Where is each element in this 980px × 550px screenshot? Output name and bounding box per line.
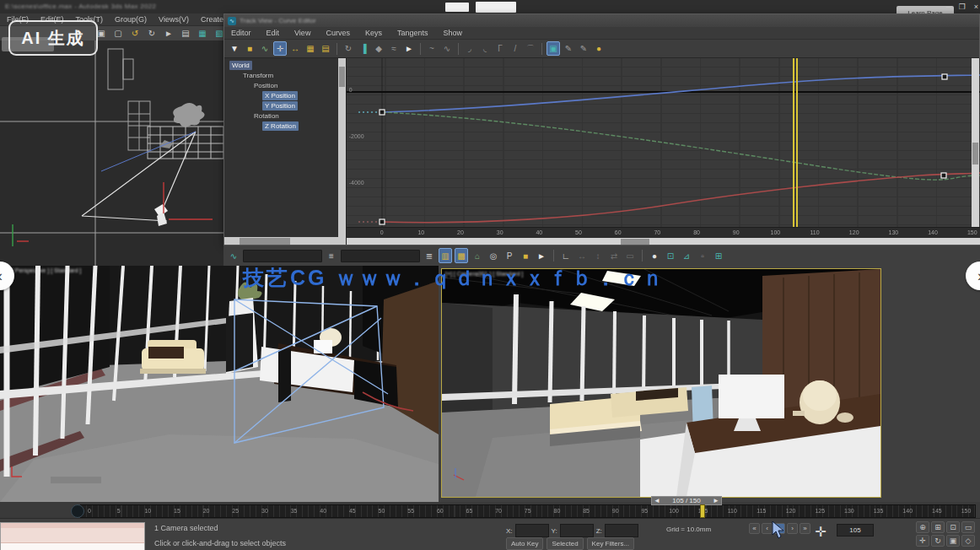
pin-icon[interactable]: P (503, 248, 516, 263)
curve-editor-titlebar[interactable]: ∿ Track View - Curve Editor (224, 14, 979, 27)
slide-keys-icon[interactable]: ↔ (288, 41, 302, 56)
graph-vertical-scrollbar[interactable] (972, 58, 979, 227)
tangent-smooth-icon[interactable]: ⌒ (524, 41, 537, 56)
scale-keys-icon[interactable]: ▦ (304, 41, 317, 56)
animation-keys[interactable] (380, 74, 947, 224)
lock-selection-icon[interactable]: ■ (243, 41, 256, 56)
ce-menu-keys[interactable]: Keys (365, 27, 382, 39)
timeline-knob[interactable] (71, 504, 84, 518)
time-slider-handle[interactable]: ◄ 105 / 150 ► (651, 496, 722, 505)
viewport-camera001[interactable]: [+] [ Camera001 ] [ Standard ] (441, 268, 881, 498)
menu-viewsv[interactable]: Views(V) (159, 13, 189, 25)
key-filters-button[interactable]: Key Filters... (587, 537, 634, 550)
rectangular-selection-icon[interactable]: ▦ (196, 27, 209, 40)
draw-curves-icon[interactable]: ∿ (258, 41, 272, 56)
steering-wheel-icon[interactable]: ✛ (811, 522, 830, 541)
frame-hat-icon[interactable]: ⌂ (471, 248, 484, 263)
unlink-selection-icon[interactable]: ▢ (111, 27, 125, 40)
select-keys-icon[interactable]: ► (535, 248, 548, 263)
isolate-dot-icon[interactable]: ▫ (696, 248, 709, 263)
fov-icon[interactable]: ◇ (961, 535, 975, 547)
auto-key-button[interactable]: Auto Key (506, 537, 543, 550)
filter-list-icon[interactable]: ≣ (423, 248, 436, 263)
ce-menu-tangents[interactable]: Tangents (397, 27, 428, 39)
ce-menu-curves[interactable]: Curves (326, 27, 350, 39)
camera-body[interactable] (154, 204, 168, 226)
zoom-icon[interactable]: ⊡ (664, 248, 677, 263)
maxscript-mini-listener[interactable] (0, 522, 145, 550)
zoom-horiz-icon[interactable]: ↔ (575, 248, 589, 263)
frame-forward-arrow[interactable]: ► (713, 497, 719, 504)
tangent-slow-icon[interactable]: ◟ (478, 41, 492, 56)
selection-set-dropdown[interactable]: Selected (547, 537, 583, 550)
ce-menu-view[interactable]: View (294, 27, 310, 39)
current-time-field[interactable]: 105 (837, 524, 874, 537)
show-stats-icon[interactable]: ≡ (325, 248, 338, 263)
ce-menu-edit[interactable]: Edit (267, 27, 280, 39)
track-hierarchy-panel[interactable]: WorldTransformPositionX PositionY Positi… (224, 58, 347, 245)
move-keys-icon[interactable]: ✛ (273, 41, 287, 56)
lock-icon[interactable]: ■ (519, 248, 532, 263)
viewport-perspective[interactable]: [+] [ Perspective ] [ Standard ] (0, 266, 439, 502)
buffer-curves-icon[interactable]: ▣ (547, 41, 560, 56)
go-to-start-icon[interactable]: « (749, 523, 760, 534)
track-item-y-position[interactable]: Y Position (224, 101, 346, 111)
pan-icon[interactable]: ✛ (916, 535, 929, 547)
ce-menu-show[interactable]: Show (443, 27, 462, 39)
viewport-label-left[interactable]: [+] [ Perspective ] [ Standard ] (3, 267, 81, 273)
pan-hand-icon[interactable]: ● (648, 248, 661, 263)
zoom-extents-icon[interactable]: ⊡ (946, 521, 960, 533)
tangent-step-icon[interactable]: Γ (493, 41, 507, 56)
maximize-viewport-icon[interactable]: ▣ (946, 535, 960, 547)
track-item-rotation[interactable]: Rotation (224, 111, 346, 121)
add-keys-icon[interactable]: ● (592, 41, 606, 56)
frame-back-arrow[interactable]: ◄ (654, 497, 660, 504)
zoom-all-icon[interactable]: ⊞ (931, 521, 945, 533)
frame-horizontal-icon[interactable]: ∟ (559, 248, 573, 263)
simple-wave-icon[interactable]: ≈ (387, 41, 401, 56)
restore-button[interactable]: ❐ (959, 0, 966, 13)
track-item-world[interactable]: World (224, 61, 346, 70)
trackbar-ruler[interactable]: 0510152025303540455055606570758085909510… (80, 504, 976, 518)
track-item-z-rotation[interactable]: Z Rotation (224, 121, 346, 131)
track-item-x-position[interactable]: X Position (224, 91, 346, 100)
ce-menu-editor[interactable]: Editor (231, 27, 251, 39)
key-stats-field[interactable] (341, 250, 420, 262)
orbit-icon[interactable]: ↻ (931, 535, 945, 547)
menu-groupg[interactable]: Group(G) (115, 13, 147, 25)
retime-tool-icon[interactable]: ↻ (342, 41, 355, 56)
scale-values-icon[interactable]: ▤ (319, 41, 332, 56)
coord-field-y[interactable] (560, 524, 594, 537)
zoom-region-icon[interactable]: ⊿ (680, 248, 693, 263)
zoom-value-icon[interactable]: ↕ (591, 248, 605, 263)
tangent-spline-icon[interactable]: ∿ (440, 41, 454, 56)
track-curve-icon[interactable]: ∿ (227, 248, 240, 263)
curve-plot[interactable]: 0-2000-4000 (347, 58, 980, 227)
tree-vertical-scrollbar[interactable] (338, 58, 346, 237)
zoom-keys-icon[interactable]: ▩ (455, 248, 468, 263)
track-item-position[interactable]: Position (224, 81, 346, 90)
tangent-fast-icon[interactable]: ◞ (463, 41, 477, 56)
undo-icon[interactable]: ↺ (128, 27, 142, 40)
zoom-icon[interactable]: ⊕ (916, 521, 929, 533)
show-all-tangents-icon[interactable]: ✎ (577, 41, 590, 56)
zoom-region-icon[interactable]: ▭ (961, 521, 975, 533)
select-cursor-icon[interactable]: ► (402, 41, 416, 56)
pan-keys-icon[interactable]: ▥ (439, 248, 452, 263)
zoom-sel-icon[interactable]: ▭ (623, 248, 637, 263)
redo-icon[interactable]: ↻ (145, 27, 159, 40)
close-button[interactable]: × (974, 0, 978, 13)
filter-icon[interactable]: ▼ (228, 41, 241, 56)
track-item-transform[interactable]: Transform (224, 71, 346, 80)
viewport-top-wireframe[interactable] (0, 40, 223, 266)
go-to-end-icon[interactable]: » (800, 523, 810, 534)
show-tangents-icon[interactable]: ✎ (562, 41, 575, 56)
spinner-icon[interactable]: ◎ (487, 248, 500, 263)
insert-keys-icon[interactable]: ◆ (372, 41, 385, 56)
time-ruler[interactable]: 0102030405060708090100110120130140150 (347, 227, 980, 239)
time-cursor[interactable] (793, 58, 800, 238)
select-by-name-icon[interactable]: ▤ (179, 27, 192, 40)
key-stats-field[interactable] (243, 250, 322, 262)
trackbar-time-marker[interactable] (700, 504, 705, 518)
coord-field-x[interactable] (515, 524, 549, 537)
